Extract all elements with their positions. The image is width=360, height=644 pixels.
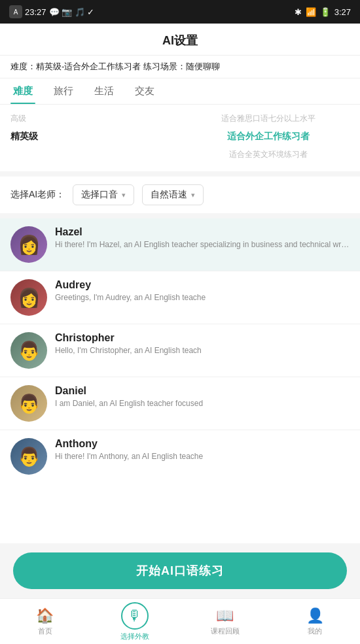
teacher-avatar-audrey: 👩 — [10, 279, 47, 316]
nav-review[interactable]: 📖 课程回顾 — [180, 602, 270, 641]
bottom-navigation: 🏠 首页 🎙 选择外教 📖 课程回顾 👤 我的 — [0, 598, 360, 644]
settings-summary: 难度：精英级-适合外企工作练习者 练习场景：随便聊聊 — [0, 56, 360, 78]
daniel-desc: I am Daniel, an AI English teacher focus… — [55, 399, 350, 408]
level-empty — [10, 147, 173, 162]
anthony-face-icon: 👨 — [18, 446, 41, 467]
selector-label: 选择AI老师： — [10, 189, 65, 201]
teacher-selector: 选择AI老师： 选择口音 ▾ 自然语速 ▾ — [0, 177, 360, 218]
teacher-item-christopher[interactable]: 👨 Christopher Hello, I'm Christopher, an… — [0, 324, 360, 377]
teacher-item-audrey[interactable]: 👩 Audrey Greetings, I'm Audrey, an AI En… — [0, 271, 360, 324]
teacher-list: 👩 Hazel Hi there! I'm Hazel, an AI Engli… — [0, 218, 360, 543]
review-icon: 📖 — [216, 607, 234, 624]
difficulty-content: 高级 适合雅思口语七分以上水平 精英级 适合外企工作练习者 适合全英文环境练习者 — [0, 105, 360, 177]
christopher-face-icon: 👨 — [18, 340, 41, 362]
level-full-english: 适合全英文环境练习者 — [187, 147, 350, 162]
nav-choose-label: 选择外教 — [120, 632, 149, 641]
level-ielts: 适合雅思口语七分以上水平 — [187, 111, 350, 126]
cta-section: 开始AI口语练习 — [0, 543, 360, 598]
speed-arrow-icon: ▾ — [191, 191, 195, 199]
main-container: AI设置 难度：精英级-适合外企工作练习者 练习场景：随便聊聊 难度 旅行 生活… — [0, 24, 360, 644]
audrey-desc: Greetings, I'm Audrey, an AI English tea… — [55, 293, 350, 302]
speed-label: 自然语速 — [151, 189, 187, 201]
choose-teacher-icon-ring: 🎙 — [121, 602, 149, 630]
audrey-name: Audrey — [55, 279, 350, 291]
tab-difficulty[interactable]: 难度 — [10, 78, 35, 104]
teacher-avatar-daniel: 👨 — [10, 385, 47, 422]
difficulty-value: 精英级-适合外企工作练习者 — [36, 61, 141, 71]
status-icons: 💬 📷 🎵 ✓ — [49, 7, 95, 17]
home-icon: 🏠 — [36, 607, 54, 624]
accent-arrow-icon: ▾ — [122, 191, 126, 199]
daniel-name: Daniel — [55, 385, 350, 397]
nav-profile[interactable]: 👤 我的 — [270, 602, 361, 641]
teacher-info-daniel: Daniel I am Daniel, an AI English teache… — [55, 385, 350, 408]
level-advanced: 高级 — [10, 111, 173, 126]
battery-icon: 🔋 — [320, 7, 331, 17]
hazel-desc: Hi there! I'm Hazel, an AI English teach… — [55, 240, 350, 249]
tab-navigation: 难度 旅行 生活 交友 — [0, 78, 360, 105]
accent-dropdown[interactable]: 选择口音 ▾ — [73, 184, 134, 205]
level-elite[interactable]: 精英级 — [10, 129, 173, 144]
difficulty-label: 难度： — [10, 61, 36, 71]
hazel-face-icon: 👩 — [18, 234, 41, 256]
status-right: ✱ 📶 🔋 3:27 — [295, 7, 351, 17]
tab-life[interactable]: 生活 — [92, 78, 117, 104]
status-left: A 23:27 💬 📷 🎵 ✓ — [9, 5, 94, 18]
accent-label: 选择口音 — [81, 189, 118, 201]
status-time: 23:27 — [25, 7, 46, 17]
scene-value: 随便聊聊 — [186, 61, 220, 71]
tab-travel[interactable]: 旅行 — [51, 78, 76, 104]
teacher-item-daniel[interactable]: 👨 Daniel I am Daniel, an AI English teac… — [0, 377, 360, 430]
choose-teacher-icon: 🎙 — [128, 607, 142, 624]
teacher-item-hazel[interactable]: 👩 Hazel Hi there! I'm Hazel, an AI Engli… — [0, 218, 360, 271]
teacher-info-hazel: Hazel Hi there! I'm Hazel, an AI English… — [55, 226, 350, 249]
anthony-name: Anthony — [55, 438, 350, 450]
nav-choose-teacher[interactable]: 🎙 选择外教 — [90, 597, 181, 645]
hazel-name: Hazel — [55, 226, 350, 238]
tab-social[interactable]: 交友 — [132, 78, 157, 104]
bluetooth-icon: ✱ — [295, 7, 302, 17]
nav-review-label: 课程回顾 — [211, 626, 240, 636]
teacher-info-anthony: Anthony Hi there! I'm Anthony, an AI Eng… — [55, 438, 350, 461]
teacher-avatar-christopher: 👨 — [10, 332, 47, 369]
speed-dropdown[interactable]: 自然语速 ▾ — [142, 184, 204, 205]
teacher-avatar-anthony: 👨 — [10, 438, 47, 475]
nav-home-label: 首页 — [38, 626, 52, 636]
status-bar: A 23:27 💬 📷 🎵 ✓ ✱ 📶 🔋 3:27 — [0, 0, 360, 24]
page-title: AI设置 — [10, 33, 350, 48]
start-practice-button[interactable]: 开始AI口语练习 — [13, 552, 347, 589]
teacher-info-christopher: Christopher Hello, I'm Christopher, an A… — [55, 332, 350, 355]
teacher-item-anthony[interactable]: 👨 Anthony Hi there! I'm Anthony, an AI E… — [0, 430, 360, 483]
app-icon: A — [9, 5, 22, 18]
difficulty-grid: 高级 适合雅思口语七分以上水平 精英级 适合外企工作练习者 适合全英文环境练习者 — [10, 111, 350, 162]
teacher-info-audrey: Audrey Greetings, I'm Audrey, an AI Engl… — [55, 279, 350, 302]
profile-icon: 👤 — [306, 607, 324, 624]
teacher-avatar-hazel: 👩 — [10, 226, 47, 263]
christopher-desc: Hello, I'm Christopher, an AI English te… — [55, 346, 350, 355]
top-bar: AI设置 — [0, 24, 360, 56]
wifi-icon: 📶 — [306, 7, 316, 17]
scene-label: 练习场景： — [141, 61, 186, 71]
anthony-desc: Hi there! I'm Anthony, an AI English tea… — [55, 452, 350, 461]
audrey-face-icon: 👩 — [18, 287, 41, 309]
level-elite-desc: 适合外企工作练习者 — [187, 129, 350, 144]
nav-profile-label: 我的 — [308, 626, 322, 636]
nav-home[interactable]: 🏠 首页 — [0, 602, 90, 641]
daniel-face-icon: 👨 — [18, 393, 41, 415]
christopher-name: Christopher — [55, 332, 350, 344]
clock-time: 3:27 — [334, 7, 351, 17]
